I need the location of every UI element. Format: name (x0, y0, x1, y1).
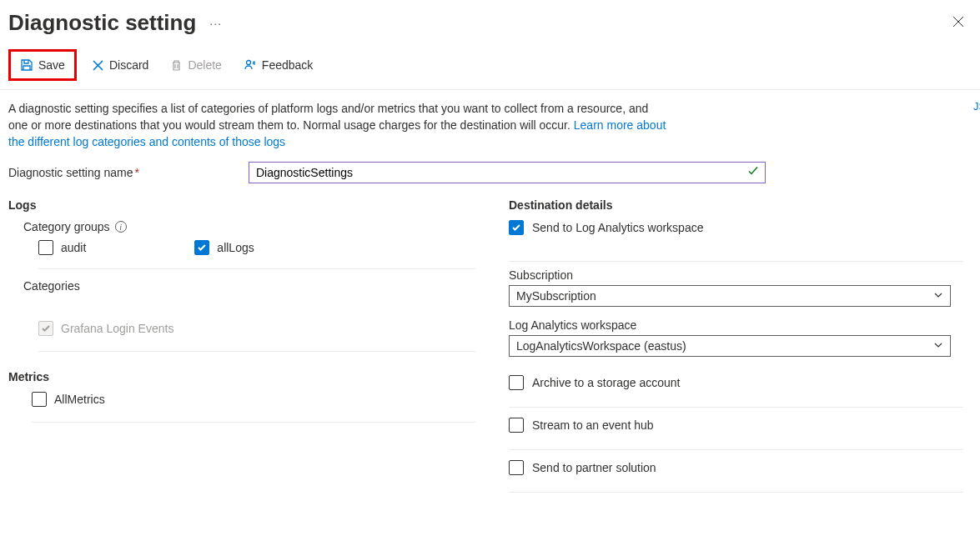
send-la-label: Send to Log Analytics workspace (532, 221, 703, 234)
discard-button[interactable]: Discard (85, 53, 155, 77)
categories-label: Categories (23, 279, 475, 293)
destination-heading: Destination details (509, 198, 963, 212)
required-star: * (134, 166, 138, 179)
workspace-label: Log Analytics workspace (509, 318, 963, 332)
save-button[interactable]: Save (8, 49, 77, 81)
allmetrics-label: AllMetrics (54, 393, 105, 406)
partner-checkbox[interactable] (509, 460, 524, 475)
grafana-login-label: Grafana Login Events (61, 322, 173, 335)
eventhub-option[interactable]: Stream to an event hub (509, 418, 963, 450)
info-icon[interactable]: i (115, 221, 127, 233)
save-label: Save (38, 58, 65, 72)
subscription-value: MySubscription (516, 289, 596, 303)
grafana-login-checkbox (38, 321, 53, 336)
valid-check-icon (747, 166, 759, 180)
discard-icon (92, 59, 104, 72)
subscription-label: Subscription (509, 268, 963, 282)
feedback-label: Feedback (262, 58, 313, 72)
feedback-button[interactable]: Feedback (237, 53, 319, 77)
workspace-select[interactable]: LogAnalyticsWorkspace (eastus) (509, 335, 951, 357)
feedback-icon (244, 58, 257, 72)
archive-storage-label: Archive to a storage account (532, 376, 680, 389)
alllogs-label: allLogs (217, 241, 254, 254)
partner-option[interactable]: Send to partner solution (509, 460, 963, 493)
partner-label: Send to partner solution (532, 461, 656, 474)
setting-name-input[interactable] (249, 162, 766, 183)
send-la-option[interactable]: Send to Log Analytics workspace (509, 220, 963, 242)
send-la-checkbox[interactable] (509, 220, 524, 235)
eventhub-checkbox[interactable] (509, 418, 524, 433)
workspace-value: LogAnalyticsWorkspace (eastus) (516, 339, 686, 353)
discard-label: Discard (109, 58, 148, 72)
allmetrics-option[interactable]: AllMetrics (32, 392, 475, 407)
save-icon (20, 58, 33, 72)
logs-heading: Logs (8, 198, 475, 212)
alllogs-option[interactable]: allLogs (194, 240, 254, 255)
subscription-select[interactable]: MySubscription (509, 285, 951, 307)
delete-icon (170, 59, 183, 72)
chevron-down-icon (933, 289, 943, 303)
json-view-link[interactable]: JSON View (973, 100, 980, 113)
delete-button: Delete (163, 53, 228, 77)
setting-name-label: Diagnostic setting name* (8, 166, 249, 179)
more-icon[interactable]: ··· (209, 17, 222, 30)
delete-label: Delete (188, 58, 221, 72)
metrics-heading: Metrics (8, 370, 475, 383)
toolbar: Save Discard Delete Feedback (0, 44, 980, 90)
category-groups-label: Category groups i (23, 220, 475, 233)
allmetrics-checkbox[interactable] (32, 392, 47, 407)
audit-checkbox[interactable] (38, 240, 53, 255)
eventhub-label: Stream to an event hub (532, 418, 654, 432)
archive-storage-option[interactable]: Archive to a storage account (509, 375, 963, 408)
alllogs-checkbox[interactable] (194, 240, 209, 255)
description-text: A diagnostic setting specifies a list of… (8, 100, 667, 150)
page-title: Diagnostic setting (8, 10, 196, 36)
audit-label: audit (61, 241, 86, 254)
close-icon[interactable] (952, 15, 965, 31)
audit-option[interactable]: audit (38, 240, 86, 255)
svg-point-0 (246, 61, 250, 65)
chevron-down-icon (933, 339, 943, 353)
grafana-login-option: Grafana Login Events (38, 321, 475, 336)
archive-storage-checkbox[interactable] (509, 375, 524, 390)
